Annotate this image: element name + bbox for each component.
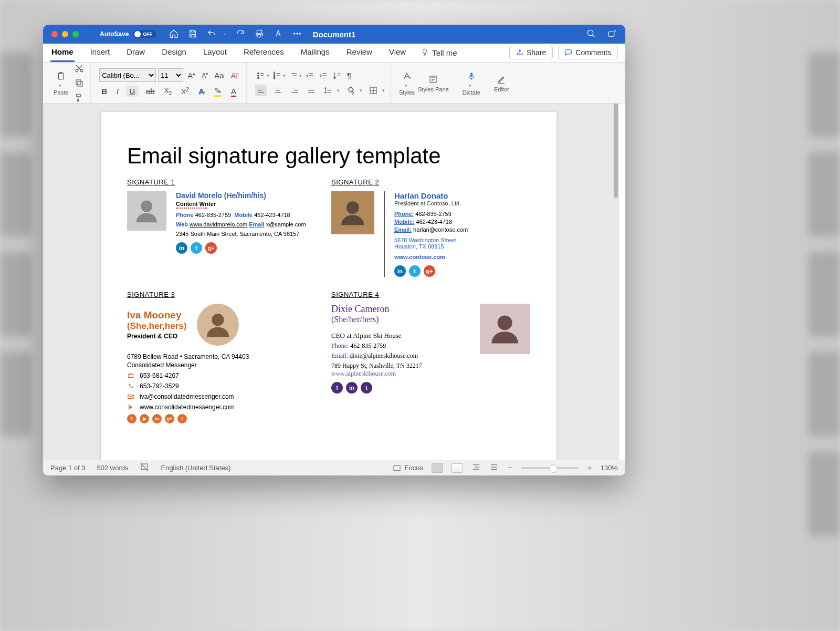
- language-indicator[interactable]: English (United States): [161, 464, 230, 472]
- comments-button[interactable]: Comments: [558, 46, 618, 59]
- align-center-icon[interactable]: [272, 85, 284, 96]
- page-indicator[interactable]: Page 1 of 3: [50, 464, 86, 472]
- styles-button[interactable]: ▾ Styles: [399, 70, 415, 96]
- undo-dropdown-icon[interactable]: ▾: [224, 32, 226, 37]
- format-painter-icon[interactable]: [74, 92, 85, 104]
- ribbon-options-icon[interactable]: [607, 29, 617, 40]
- web-layout-view-icon[interactable]: [452, 463, 463, 473]
- tab-review[interactable]: Review: [345, 44, 373, 62]
- editor-button[interactable]: Editor: [494, 74, 509, 92]
- minimize-button[interactable]: [62, 31, 68, 37]
- zoom-button[interactable]: [72, 31, 79, 37]
- shading-icon[interactable]: [345, 85, 356, 96]
- tab-view[interactable]: View: [388, 44, 407, 62]
- linkedin-icon: in: [176, 242, 187, 254]
- subscript-button[interactable]: X2: [162, 86, 174, 97]
- increase-indent-icon[interactable]: [318, 70, 329, 81]
- focus-mode[interactable]: Focus: [393, 464, 423, 472]
- borders-icon[interactable]: [368, 85, 379, 96]
- twitter-icon: t: [177, 414, 187, 423]
- font-spacing-icon[interactable]: [274, 29, 283, 40]
- underline-button[interactable]: U▾: [126, 86, 139, 97]
- autosave-toggle[interactable]: AutoSave OFF: [100, 30, 156, 38]
- align-right-icon[interactable]: [289, 85, 300, 96]
- sort-icon[interactable]: [331, 70, 343, 81]
- document-page[interactable]: Email signature gallery template SIGNATU…: [101, 112, 556, 460]
- outline-view-icon[interactable]: [471, 462, 481, 473]
- styles-pane-button[interactable]: Styles Pane: [418, 74, 449, 92]
- print-layout-view-icon[interactable]: [432, 463, 443, 473]
- paste-icon[interactable]: [55, 70, 67, 82]
- tab-mailings[interactable]: Mailings: [300, 44, 331, 62]
- text-effects-icon[interactable]: A▾: [196, 86, 207, 97]
- copy-icon[interactable]: [74, 77, 85, 89]
- tab-draw[interactable]: Draw: [125, 44, 146, 62]
- pilcrow-icon[interactable]: ¶: [345, 70, 353, 81]
- sig2-social: in t g+: [394, 265, 468, 277]
- window-controls: [51, 31, 79, 37]
- svg-point-21: [346, 201, 359, 214]
- ribbon: ▾ Paste Calibri (Bo... 11 A▴ A▾ Aa▾ A⃠: [43, 63, 625, 104]
- superscript-button[interactable]: X2: [179, 85, 191, 97]
- tab-design[interactable]: Design: [161, 44, 187, 62]
- search-icon[interactable]: [586, 29, 596, 40]
- highlight-icon[interactable]: ✎▾: [212, 85, 224, 97]
- align-left-icon[interactable]: [255, 85, 267, 96]
- dictate-button[interactable]: ▾ Dictate: [463, 70, 480, 96]
- undo-icon[interactable]: [207, 29, 216, 40]
- multilevel-icon[interactable]: [288, 70, 299, 81]
- spellcheck-icon[interactable]: [140, 462, 149, 473]
- zoom-out-icon[interactable]: −: [507, 462, 513, 473]
- shrink-font-icon[interactable]: A▾: [200, 70, 210, 80]
- print-icon[interactable]: [255, 29, 264, 40]
- sig4-name: Dixie Cameron: [331, 304, 469, 315]
- sig1-photo: [127, 191, 166, 231]
- decrease-indent-icon[interactable]: [304, 70, 316, 81]
- tab-layout[interactable]: Layout: [202, 44, 228, 62]
- sig1-name: David Morelo (He/him/his): [176, 191, 306, 200]
- font-color-icon[interactable]: A▾: [229, 86, 239, 97]
- sig3-name: Iva Mooney: [127, 309, 186, 321]
- tab-home[interactable]: Home: [50, 44, 75, 62]
- save-icon[interactable]: [188, 29, 197, 40]
- font-size-select[interactable]: 11: [158, 68, 183, 82]
- svg-rect-9: [78, 81, 82, 86]
- paragraph-group: ▾ 123▾ ▾ ¶ ▾ ▾ ▾: [250, 63, 391, 103]
- paste-label: Paste: [54, 89, 68, 96]
- italic-button[interactable]: I: [114, 86, 121, 97]
- vertical-scrollbar[interactable]: [614, 104, 618, 198]
- home-icon[interactable]: [169, 29, 178, 40]
- googleplus-icon: g+: [424, 265, 435, 277]
- zoom-slider[interactable]: [521, 467, 579, 469]
- numbering-icon[interactable]: 123: [271, 70, 283, 81]
- tab-references[interactable]: References: [243, 44, 285, 62]
- clear-format-icon[interactable]: A⃠: [229, 70, 241, 81]
- close-button[interactable]: [51, 31, 58, 37]
- justify-icon[interactable]: [306, 85, 317, 96]
- tell-me[interactable]: Tell me: [421, 48, 457, 62]
- sig3-heading: SIGNATURE 3: [127, 291, 326, 298]
- zoom-percent[interactable]: 130%: [601, 464, 618, 472]
- ellipsis-icon[interactable]: [292, 29, 302, 40]
- cut-icon[interactable]: [74, 63, 85, 74]
- zoom-in-icon[interactable]: +: [587, 463, 592, 473]
- linkedin-icon: in: [346, 382, 358, 394]
- change-case-icon[interactable]: Aa▾: [212, 70, 226, 81]
- document-area[interactable]: Email signature gallery template SIGNATU…: [43, 104, 619, 460]
- signature-3: SIGNATURE 3 Iva Mooney (She,her,hers) Pr…: [127, 291, 326, 423]
- grow-font-icon[interactable]: A▴: [185, 70, 197, 81]
- word-count[interactable]: 502 words: [97, 464, 129, 472]
- share-button[interactable]: Share: [509, 46, 553, 59]
- doc-heading: Email signature gallery template: [127, 143, 530, 169]
- font-name-select[interactable]: Calibri (Bo...: [99, 68, 156, 82]
- draft-view-icon[interactable]: [489, 462, 499, 473]
- sig4-social: f in t: [331, 382, 469, 394]
- bullets-icon[interactable]: [255, 70, 267, 81]
- linkedin-icon: in: [152, 414, 162, 423]
- line-spacing-icon[interactable]: [322, 85, 334, 96]
- bold-button[interactable]: B: [99, 86, 109, 97]
- strike-button[interactable]: ab: [144, 86, 157, 97]
- tab-insert[interactable]: Insert: [89, 44, 111, 62]
- redo-icon[interactable]: [236, 29, 245, 40]
- linkedin-icon: in: [394, 265, 406, 277]
